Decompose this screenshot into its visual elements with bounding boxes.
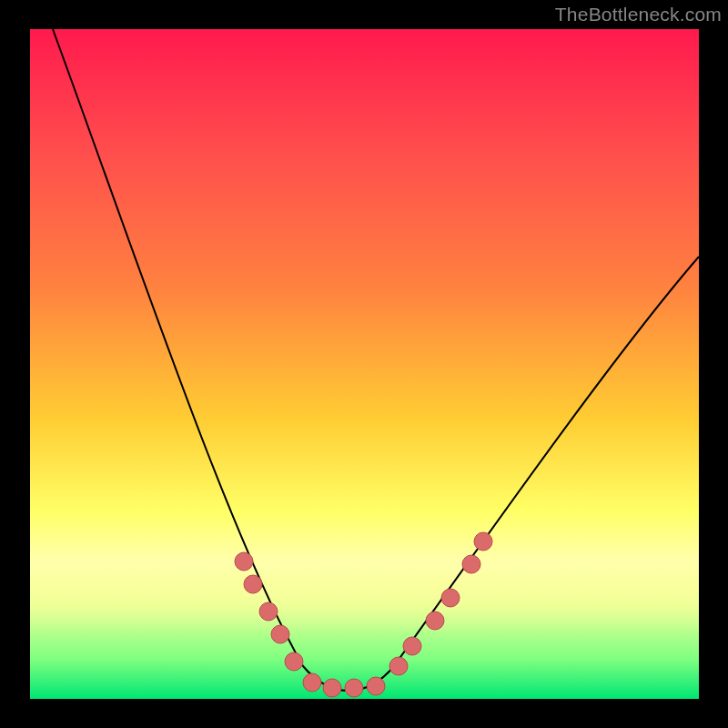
data-marker xyxy=(474,532,492,551)
data-marker xyxy=(367,677,385,695)
bottleneck-curve xyxy=(53,29,699,691)
data-marker xyxy=(389,657,408,675)
data-marker xyxy=(259,602,278,621)
watermark-text: TheBottleneck.com xyxy=(555,4,722,25)
data-marker xyxy=(345,679,363,697)
data-marker xyxy=(244,575,262,593)
chart-svg xyxy=(30,29,699,699)
data-marker xyxy=(271,625,289,643)
chart-frame: TheBottleneck.com xyxy=(0,0,728,728)
data-marker xyxy=(403,637,421,655)
data-marker xyxy=(285,652,303,671)
marker-group xyxy=(235,532,492,697)
data-marker xyxy=(462,555,480,573)
data-marker xyxy=(426,612,444,630)
data-marker xyxy=(323,679,341,697)
data-marker xyxy=(235,552,253,571)
data-marker xyxy=(441,589,460,607)
data-marker xyxy=(303,673,321,692)
